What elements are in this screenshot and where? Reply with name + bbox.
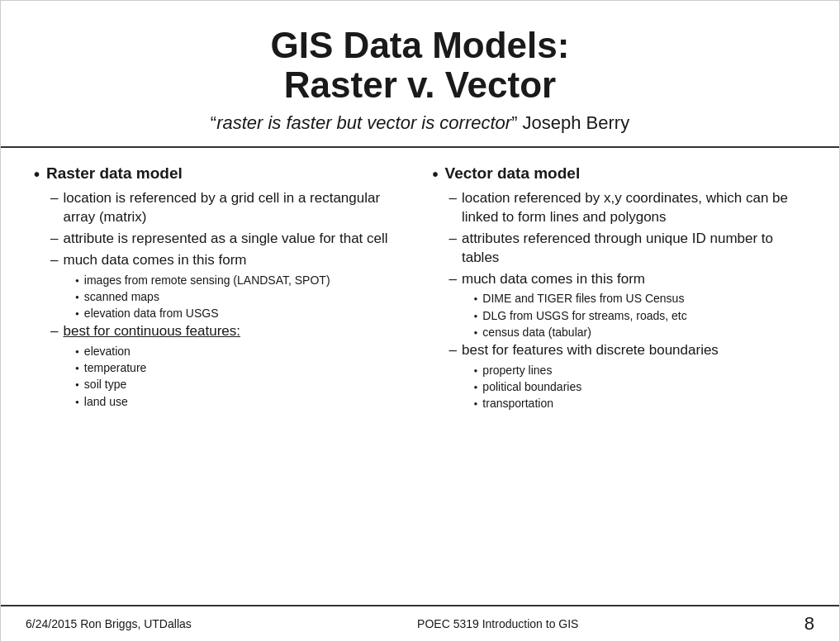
title-line1: GIS Data Models: — [34, 26, 806, 65]
vector-item-1-text: location referenced by x,y coordinates, … — [462, 189, 806, 227]
subtitle-quote: “raster is faster but vector is correcto… — [34, 112, 806, 134]
footer-center: POEC 5319 Introduction to GIS — [417, 617, 578, 630]
raster-sub-3-text: elevation data from USGS — [84, 306, 219, 321]
sub-dot-2: ● — [75, 293, 79, 302]
vector-header-text: Vector data model — [445, 164, 581, 183]
dash-icon-4: – — [50, 322, 58, 341]
raster-sub-7: ● land use — [34, 394, 408, 409]
sub-dot-5: ● — [75, 364, 79, 373]
vector-sub-1-text: DIME and TIGER files from US Census — [482, 291, 684, 306]
raster-sub-4: ● elevation — [34, 344, 408, 359]
vector-sub-dot-3: ● — [474, 329, 478, 337]
raster-item-3: – much data comes in this form — [34, 251, 408, 270]
raster-sub-4-text: elevation — [84, 344, 131, 359]
raster-item-4-text: best for continuous features: — [63, 322, 240, 341]
vector-item-4-text: best for features with discrete boundari… — [462, 341, 719, 360]
vector-sub-1: ● DIME and TIGER files from US Census — [433, 291, 807, 306]
raster-sub-2-text: scanned maps — [84, 289, 159, 304]
vector-column: • Vector data model – location reference… — [433, 164, 807, 597]
vector-sub-dot-6: ● — [474, 400, 478, 408]
quote-italic: raster is faster but vector is corrector — [216, 112, 511, 133]
sub-dot-4: ● — [75, 348, 79, 356]
vector-sub-dot-5: ● — [474, 383, 478, 392]
vector-sub-dot-2: ● — [474, 312, 478, 321]
raster-sub-3: ● elevation data from USGS — [34, 306, 408, 321]
vector-sub-6: ● transportation — [433, 396, 807, 411]
raster-sub-2: ● scanned maps — [34, 289, 408, 304]
vector-sub-4-text: property lines — [482, 363, 552, 378]
sub-dot-7: ● — [75, 398, 79, 407]
vector-sub-4: ● property lines — [433, 363, 807, 378]
vector-item-4: – best for features with discrete bounda… — [433, 341, 807, 360]
raster-sub-5-text: temperature — [84, 360, 146, 375]
raster-bullet-dot: • — [34, 164, 40, 184]
raster-column: • Raster data model – location is refere… — [34, 164, 408, 597]
vector-sub-dot-1: ● — [474, 295, 478, 303]
vector-dash-4: – — [449, 341, 457, 360]
raster-sub-1-text: images from remote sensing (LANDSAT, SPO… — [84, 273, 330, 288]
page-number: 8 — [804, 613, 814, 635]
dash-icon-2: – — [50, 230, 58, 249]
content-area: • Raster data model – location is refere… — [1, 148, 839, 605]
raster-sub-6-text: soil type — [84, 377, 126, 392]
vector-sub-6-text: transportation — [482, 396, 553, 411]
vector-sub-5-text: political boundaries — [482, 379, 581, 394]
dash-icon-1: – — [50, 189, 58, 208]
raster-sub-5: ● temperature — [34, 360, 408, 375]
slide: GIS Data Models: Raster v. Vector “raste… — [0, 0, 840, 642]
sub-dot-1: ● — [75, 277, 79, 285]
title-line2: Raster v. Vector — [34, 65, 806, 105]
vector-item-3-text: much data comes in this form — [462, 270, 645, 289]
slide-footer: 6/24/2015 Ron Briggs, UTDallas POEC 5319… — [1, 605, 839, 641]
vector-item-3: – much data comes in this form — [433, 270, 807, 289]
sub-dot-3: ● — [75, 310, 79, 318]
quote-author: ” Joseph Berry — [511, 112, 629, 133]
raster-sub-6: ● soil type — [34, 377, 408, 392]
raster-item-1-text: location is referenced by a grid cell in… — [63, 189, 407, 227]
slide-header: GIS Data Models: Raster v. Vector “raste… — [1, 1, 839, 148]
vector-sub-2: ● DLG from USGS for streams, roads, etc — [433, 308, 807, 323]
vector-header: • Vector data model — [433, 164, 807, 184]
raster-sub-7-text: land use — [84, 394, 128, 409]
raster-item-4-underline: best for continuous features: — [63, 323, 240, 339]
vector-dash-2: – — [449, 230, 457, 249]
footer-left: 6/24/2015 Ron Briggs, UTDallas — [26, 617, 192, 630]
raster-item-1: – location is referenced by a grid cell … — [34, 189, 408, 227]
vector-sub-3: ● census data (tabular) — [433, 325, 807, 340]
raster-item-3-text: much data comes in this form — [63, 251, 246, 270]
vector-item-2: – attributes referenced through unique I… — [433, 230, 807, 268]
vector-bullet-dot: • — [433, 164, 439, 184]
raster-header-text: Raster data model — [46, 164, 183, 183]
vector-sub-dot-4: ● — [474, 367, 478, 375]
vector-item-2-text: attributes referenced through unique ID … — [462, 230, 806, 268]
raster-item-4: – best for continuous features: — [34, 322, 408, 341]
vector-sub-2-text: DLG from USGS for streams, roads, etc — [482, 308, 686, 323]
vector-sub-5: ● political boundaries — [433, 379, 807, 394]
raster-header: • Raster data model — [34, 164, 408, 184]
sub-dot-6: ● — [75, 381, 79, 389]
raster-sub-1: ● images from remote sensing (LANDSAT, S… — [34, 273, 408, 288]
dash-icon-3: – — [50, 251, 58, 270]
vector-item-1: – location referenced by x,y coordinates… — [433, 189, 807, 227]
raster-item-2-text: attribute is represented as a single val… — [63, 230, 387, 249]
vector-dash-3: – — [449, 270, 457, 289]
vector-dash-1: – — [449, 189, 457, 208]
vector-sub-3-text: census data (tabular) — [482, 325, 591, 340]
raster-item-2: – attribute is represented as a single v… — [34, 230, 408, 249]
